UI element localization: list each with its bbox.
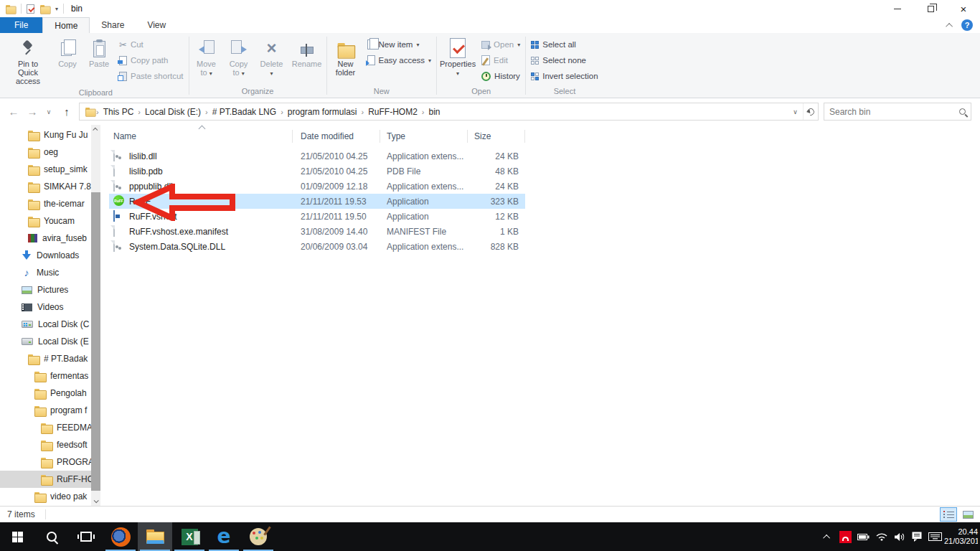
breadcrumb-local-disk-e[interactable]: Local Disk (E:) <box>141 107 204 117</box>
select-all-button[interactable]: Select all <box>528 37 600 52</box>
sidebar-item-progra[interactable]: PROGRA <box>0 453 91 471</box>
volume-tray-icon[interactable] <box>890 522 908 551</box>
up-button[interactable]: ↑ <box>59 103 75 121</box>
sidebar-item-kung-fu[interactable]: Kung Fu Ju <box>0 126 91 143</box>
sidebar-item-local-disk-e[interactable]: Local Disk (E <box>0 333 91 350</box>
scroll-down-arrow[interactable] <box>91 496 100 506</box>
keyboard-tray-icon[interactable] <box>926 522 944 551</box>
breadcrumb-program-formulasi[interactable]: program formulasi <box>284 107 361 117</box>
help-icon[interactable]: ? <box>961 19 973 31</box>
sidebar-item-youcam[interactable]: Youcam <box>0 212 91 230</box>
taskbar-edge[interactable] <box>207 522 241 551</box>
column-divider[interactable] <box>292 130 293 143</box>
restore-button[interactable] <box>914 0 947 17</box>
file-row-pppublib-dll[interactable]: pppublib.dll 01/09/2009 12.18 Applicatio… <box>109 179 525 194</box>
taskbar-firefox[interactable] <box>103 522 138 551</box>
sidebar-item-pt-badak[interactable]: # PT.Badak <box>0 350 91 367</box>
column-divider[interactable] <box>380 130 380 143</box>
paste-button[interactable]: Paste <box>84 35 114 70</box>
file-row-lislib-dll[interactable]: lislib.dll 21/05/2010 04.25 Application … <box>109 149 525 164</box>
avira-tray-icon[interactable] <box>837 522 854 551</box>
recent-locations-chevron[interactable]: ∨ <box>43 103 55 121</box>
sidebar-item-pengolah[interactable]: Pengolah <box>0 385 91 402</box>
battery-tray-icon[interactable] <box>854 522 872 551</box>
wifi-tray-icon[interactable] <box>872 522 890 551</box>
sidebar-item-videos[interactable]: Videos <box>0 298 91 316</box>
breadcrumb-this-pc[interactable]: This PC <box>100 107 138 117</box>
thumbnails-view-button[interactable] <box>959 507 976 522</box>
taskbar-paint[interactable] <box>241 522 275 551</box>
scroll-up-arrow[interactable] <box>91 125 100 134</box>
tab-home[interactable]: Home <box>42 17 90 33</box>
rename-button[interactable]: Rename <box>290 35 324 70</box>
column-divider[interactable] <box>467 130 468 143</box>
tab-share[interactable]: Share <box>90 17 136 33</box>
qat-properties-icon[interactable] <box>27 4 34 14</box>
breadcrumb-pt-badak-lng[interactable]: # PT.Badak LNG <box>209 107 280 117</box>
sidebar-item-feedma[interactable]: FEEDMA <box>0 419 91 436</box>
taskbar-file-explorer[interactable] <box>138 522 172 551</box>
file-row-ruff-vshost[interactable]: RuFF.vshost 21/11/2011 19.50 Application… <box>109 209 525 224</box>
sidebar-item-avira-archive[interactable]: avira_fuseb <box>0 230 91 247</box>
copy-to-button[interactable]: Copy to ▾ <box>224 35 254 80</box>
search-box[interactable] <box>824 103 971 121</box>
address-bar[interactable]: › This PC › Local Disk (E:) › # PT.Badak… <box>79 103 819 121</box>
back-button[interactable]: ← <box>6 103 22 121</box>
address-dropdown-chevron[interactable]: ∨ <box>788 103 803 120</box>
search-input[interactable] <box>829 107 959 117</box>
scrollbar-thumb[interactable] <box>91 192 100 491</box>
history-button[interactable]: History <box>479 68 523 84</box>
tab-file[interactable]: File <box>0 17 42 33</box>
open-button[interactable]: Open ▾ <box>479 37 523 52</box>
refresh-button[interactable] <box>803 103 818 120</box>
breadcrumb-bin[interactable]: bin <box>425 107 444 117</box>
sidebar-item-oeg[interactable]: oeg <box>0 143 91 161</box>
hidden-icons-button[interactable] <box>819 522 837 551</box>
column-header-type[interactable]: Type <box>387 131 405 141</box>
sidebar-item-setup-simk[interactable]: setup_simk <box>0 161 91 178</box>
pin-to-quick-access-button[interactable]: Pin to Quick access <box>5 35 51 87</box>
column-divider[interactable] <box>524 130 525 143</box>
sidebar-scrollbar[interactable] <box>91 125 100 506</box>
forward-button[interactable]: → <box>24 103 40 121</box>
taskbar-excel[interactable] <box>172 522 207 551</box>
taskbar-search-button[interactable] <box>34 522 69 551</box>
column-header-size[interactable]: Size <box>474 131 491 141</box>
tab-view[interactable]: View <box>136 17 177 33</box>
notification-tray-icon[interactable] <box>908 522 926 551</box>
qat-new-folder-icon[interactable] <box>40 4 50 12</box>
file-row-manifest[interactable]: RuFF.vshost.exe.manifest 31/08/2009 14.4… <box>109 224 525 239</box>
sidebar-item-program-f[interactable]: program f <box>0 402 91 419</box>
move-to-button[interactable]: Move to ▾ <box>192 35 222 80</box>
sidebar-item-the-iceman[interactable]: the-icemar <box>0 195 91 212</box>
taskbar-clock[interactable]: 20.44 21/03/2018 <box>944 522 980 551</box>
file-row-lislib-pdb[interactable]: lislib.pdb 21/05/2010 04.25 PDB File 48 … <box>109 164 525 179</box>
task-view-button[interactable] <box>69 522 103 551</box>
column-header-date-modified[interactable]: Date modified <box>301 131 354 141</box>
invert-selection-button[interactable]: Invert selection <box>528 68 600 84</box>
file-row-sqlite-dll[interactable]: System.Data.SQLite.DLL 20/06/2009 03.04 … <box>109 239 525 254</box>
delete-button[interactable]: × Delete▾ <box>256 35 288 80</box>
copy-button[interactable]: Copy <box>53 35 82 70</box>
sidebar-item-simkah[interactable]: SIMKAH 7.8 <box>0 178 91 195</box>
minimize-button[interactable] <box>881 0 914 17</box>
breadcrumb-ruff-hom2[interactable]: RuFF-HOM2 <box>364 107 421 117</box>
file-row-ruff-selected[interactable]: RuFF 21/11/2011 19.53 Application 323 KB <box>109 194 525 209</box>
column-header-name[interactable]: Name <box>113 131 136 141</box>
sidebar-item-music[interactable]: ♪Music <box>0 264 91 281</box>
easy-access-button[interactable]: Easy access ▾ <box>364 52 435 68</box>
sidebar-item-fermentas[interactable]: fermentas <box>0 367 91 385</box>
edit-button[interactable]: Edit <box>479 52 523 68</box>
sidebar-item-feedsoft[interactable]: feedsoft <box>0 436 91 453</box>
start-button[interactable] <box>0 522 34 551</box>
copy-path-button[interactable]: Copy path <box>116 52 187 68</box>
sidebar-item-pictures[interactable]: Pictures <box>0 281 91 298</box>
sidebar-item-video-pak[interactable]: video pak <box>0 488 91 505</box>
paste-shortcut-button[interactable]: Paste shortcut <box>116 68 187 84</box>
sidebar-item-downloads[interactable]: Downloads <box>0 247 91 264</box>
sidebar-item-ruff-hom2[interactable]: RuFF-HO <box>0 471 91 488</box>
new-folder-button[interactable]: New folder <box>329 35 362 78</box>
new-item-button[interactable]: New item ▾ <box>364 37 435 52</box>
qat-customize-chevron-icon[interactable]: ▾ <box>55 6 58 12</box>
sidebar-item-local-disk-c[interactable]: Local Disk (C <box>0 316 91 333</box>
